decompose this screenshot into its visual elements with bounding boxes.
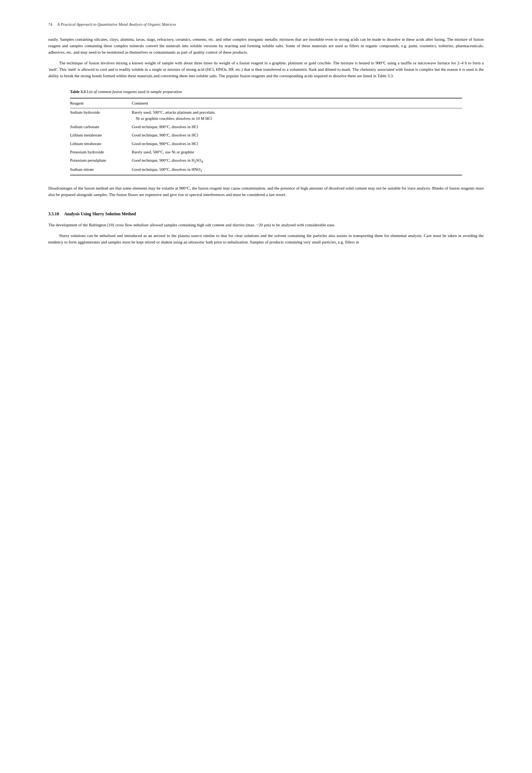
header-title: A Practical Approach to Quantitative Met… xyxy=(57,22,176,27)
table-row: Potassium hydroxide Rarely used, 500°C, … xyxy=(70,148,462,156)
paragraph-2: The technique of fusion involves mixing … xyxy=(48,60,484,79)
table-cell-comment: Rarely used, 500°C, attacks platinum and… xyxy=(132,108,462,123)
table-caption: Table 3.3 List of common fusion reagents… xyxy=(70,89,462,95)
table-row: Lithium metaborate Good technique, 900°C… xyxy=(70,131,462,139)
table-cell-reagent: Lithium metaborate xyxy=(70,131,132,139)
table-header-row: Reagent Comment xyxy=(70,98,462,108)
table-row: Potassium persulphate Good technique, 90… xyxy=(70,156,462,165)
table-cell-reagent: Sodium carbonate xyxy=(70,123,132,131)
data-table: Reagent Comment Sodium hydroxide Rarely … xyxy=(70,98,462,175)
page: 74 A Practical Approach to Quantitative … xyxy=(0,0,532,773)
section-number: 3.5.10 xyxy=(48,212,59,216)
table-row: Lithium tetraborate Good technique, 900°… xyxy=(70,140,462,148)
paragraph-3: Disadvantages of the fusion method are t… xyxy=(48,185,484,198)
section-title: Analysis Using Slurry Solution Method xyxy=(64,212,136,216)
table-row: Sodium nitrate Good technique, 500°C, di… xyxy=(70,165,462,175)
table-cell-comment: Rarely used, 500°C, use Ni or graphite xyxy=(132,148,462,156)
table-cell-comment: Good technique, 900°C, dissolves in HCl xyxy=(132,131,462,139)
table-cell-comment: Good technique, 900°C, dissolves in HCl xyxy=(132,140,462,148)
table-cell-reagent: Sodium nitrate xyxy=(70,165,132,175)
page-number: 74 xyxy=(48,22,52,27)
paragraph-5: Slurry solutions can be nebulised and in… xyxy=(48,232,484,245)
table-row: Sodium hydroxide Rarely used, 500°C, att… xyxy=(70,108,462,123)
table-cell-reagent: Lithium tetraborate xyxy=(70,140,132,148)
table-cell-comment: Good technique, 900°C, dissolves in H2SO… xyxy=(132,156,462,165)
table-section: Table 3.3 List of common fusion reagents… xyxy=(70,89,462,175)
table-caption-text: List of common fusion reagents used in s… xyxy=(86,90,182,94)
page-header: 74 A Practical Approach to Quantitative … xyxy=(48,21,484,28)
paragraph-4: The development of the Babington [10] cr… xyxy=(48,222,484,228)
table-cell-comment: Good technique, 500°C, dissolves in HNO3 xyxy=(132,165,462,175)
table-cell-reagent: Potassium persulphate xyxy=(70,156,132,165)
col-header-comment: Comment xyxy=(132,98,462,108)
col-header-reagent: Reagent xyxy=(70,98,132,108)
table-cell-comment: Good technique, 800°C, dissolves in HCl xyxy=(132,123,462,131)
section-heading: 3.5.10 Analysis Using Slurry Solution Me… xyxy=(48,211,484,217)
table-cell-reagent: Sodium hydroxide xyxy=(70,108,132,123)
table-row: Sodium carbonate Good technique, 800°C, … xyxy=(70,123,462,131)
table-cell-reagent: Potassium hydroxide xyxy=(70,148,132,156)
table-caption-bold: Table 3.3 xyxy=(70,90,86,94)
paragraph-1: easily. Samples containing silicates, cl… xyxy=(48,36,484,56)
